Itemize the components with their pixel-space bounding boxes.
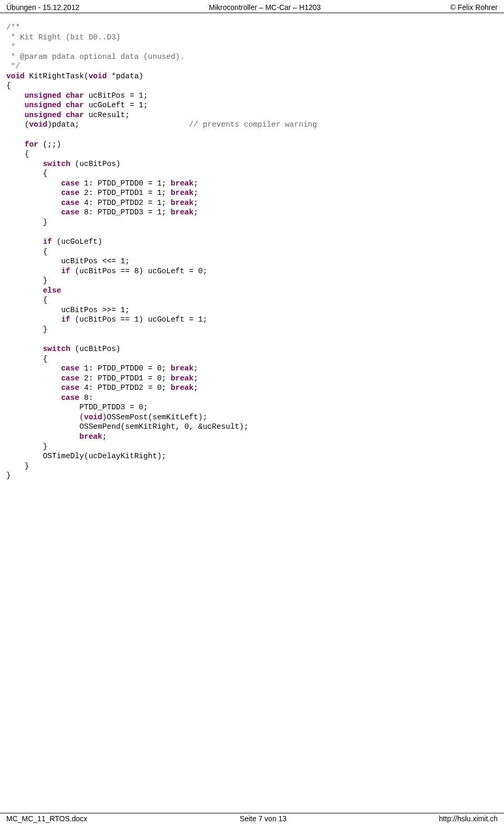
code-text: 2: PTDD_PTDD1 = 1; bbox=[79, 189, 171, 197]
header-left: Übungen - 15.12.2012 bbox=[6, 3, 79, 12]
keyword-case: case bbox=[61, 374, 79, 383]
code-text: ; bbox=[194, 374, 198, 383]
code-text: ; bbox=[194, 179, 198, 188]
code-text: ; bbox=[194, 208, 198, 216]
header-center: Mikrocontroller – MC-Car – H1203 bbox=[209, 3, 321, 12]
code-text: ucGoLeft = 1; bbox=[84, 101, 148, 109]
keyword-void: void bbox=[6, 72, 25, 80]
keyword-break: break bbox=[171, 374, 194, 383]
code-text: PTDD_PTDD3 = 0; bbox=[79, 403, 148, 411]
keyword-break: break bbox=[79, 432, 102, 441]
code-text: (ucBitPos) bbox=[70, 160, 121, 168]
keyword-switch: switch bbox=[43, 345, 70, 353]
code-text: (ucBitPos == 1) ucGoLeft = 1; bbox=[70, 315, 207, 324]
keyword-if: if bbox=[61, 267, 70, 275]
comment-line: /** bbox=[6, 23, 20, 32]
keyword-break: break bbox=[171, 179, 194, 188]
brace: } bbox=[43, 442, 48, 451]
footer-center: Seite 7 von 13 bbox=[239, 814, 287, 823]
code-text: ucBitPos >>= 1; bbox=[61, 306, 130, 314]
keyword-unsigned: unsigned bbox=[25, 111, 61, 119]
code-text: KitRightTask( bbox=[25, 72, 89, 80]
code-text: ; bbox=[194, 364, 198, 373]
code-text: ucBitPos <<= 1; bbox=[61, 257, 130, 265]
keyword-switch: switch bbox=[43, 160, 70, 168]
page-footer: MC_MC_11_RTOS.docx Seite 7 von 13 http:/… bbox=[0, 813, 504, 826]
code-text: )pdata; bbox=[47, 120, 79, 129]
keyword-void: void bbox=[84, 413, 102, 421]
header-right: © Felix Rohrer bbox=[450, 3, 498, 12]
code-text: 4: PTDD_PTDD2 = 0; bbox=[79, 384, 171, 392]
code-text: ucBitPos = 1; bbox=[84, 91, 148, 100]
footer-left: MC_MC_11_RTOS.docx bbox=[6, 814, 87, 823]
code-text: 4: PTDD_PTDD2 = 1; bbox=[79, 199, 171, 207]
keyword-char: char bbox=[66, 101, 84, 109]
keyword-case: case bbox=[61, 199, 79, 207]
keyword-case: case bbox=[61, 208, 79, 216]
brace: { bbox=[25, 150, 29, 158]
keyword-unsigned: unsigned bbox=[25, 101, 61, 109]
keyword-break: break bbox=[171, 208, 194, 216]
keyword-case: case bbox=[61, 189, 79, 197]
page-header: Übungen - 15.12.2012 Mikrocontroller – M… bbox=[0, 0, 504, 13]
brace: { bbox=[43, 296, 48, 304]
comment-line: * Kit Right (bit D0..D3) bbox=[6, 33, 121, 42]
brace: } bbox=[43, 218, 48, 226]
brace: } bbox=[25, 462, 29, 470]
brace: { bbox=[6, 81, 11, 90]
code-text: 1: PTDD_PTDD0 = 0; bbox=[79, 364, 171, 373]
keyword-void: void bbox=[89, 72, 107, 80]
keyword-for: for bbox=[25, 140, 38, 149]
keyword-void: void bbox=[29, 120, 48, 129]
keyword-else: else bbox=[43, 286, 61, 295]
code-text: ; bbox=[194, 199, 198, 207]
keyword-break: break bbox=[171, 189, 194, 197]
keyword-if: if bbox=[43, 238, 52, 246]
code-text: ; bbox=[194, 384, 198, 392]
comment-line: // prevents compiler warning bbox=[189, 120, 317, 129]
brace: } bbox=[43, 276, 48, 285]
code-text: (ucBitPos) bbox=[70, 345, 121, 353]
keyword-unsigned: unsigned bbox=[25, 91, 61, 100]
keyword-char: char bbox=[66, 91, 84, 100]
code-text: )OSSemPost(semKitLeft); bbox=[102, 413, 207, 421]
code-text: OSSemPend(semKitRight, 0, &ucResult); bbox=[79, 422, 248, 431]
comment-line: */ bbox=[6, 62, 20, 70]
comment-line: * bbox=[6, 43, 15, 51]
code-text: ; bbox=[194, 189, 198, 197]
code-text: ( bbox=[79, 413, 84, 421]
brace: } bbox=[43, 325, 48, 334]
keyword-break: break bbox=[171, 384, 194, 392]
code-text: OSTimeDly(ucDelayKitRight); bbox=[43, 452, 166, 460]
code-text: ucResult; bbox=[84, 111, 130, 119]
keyword-char: char bbox=[66, 111, 84, 119]
code-block: /** * Kit Right (bit D0..D3) * * @param … bbox=[0, 13, 504, 490]
code-text: (ucBitPos == 8) ucGoLeft = 0; bbox=[70, 267, 207, 275]
code-text: 8: bbox=[79, 394, 93, 402]
keyword-case: case bbox=[61, 364, 79, 373]
code-text: (ucGoLeft) bbox=[52, 238, 102, 246]
brace: { bbox=[43, 247, 48, 256]
brace: } bbox=[6, 471, 11, 480]
brace: { bbox=[43, 355, 48, 363]
code-text: 2: PTDD_PTDD1 = 0; bbox=[79, 374, 171, 383]
keyword-case: case bbox=[61, 384, 79, 392]
code-text: (;;) bbox=[38, 140, 61, 149]
code-text: 1: PTDD_PTDD0 = 1; bbox=[79, 179, 171, 188]
footer-right: http://hslu.ximit.ch bbox=[439, 814, 498, 823]
brace: { bbox=[43, 169, 48, 178]
code-text: 8: PTDD_PTDD3 = 1; bbox=[79, 208, 171, 216]
keyword-case: case bbox=[61, 179, 79, 188]
comment-line: * @param pdata optional data (unused). bbox=[6, 53, 184, 61]
keyword-if: if bbox=[61, 315, 70, 324]
keyword-break: break bbox=[171, 199, 194, 207]
code-text: ; bbox=[102, 432, 107, 441]
keyword-break: break bbox=[171, 364, 194, 373]
keyword-case: case bbox=[61, 394, 79, 402]
code-text: *pdata) bbox=[107, 72, 143, 80]
